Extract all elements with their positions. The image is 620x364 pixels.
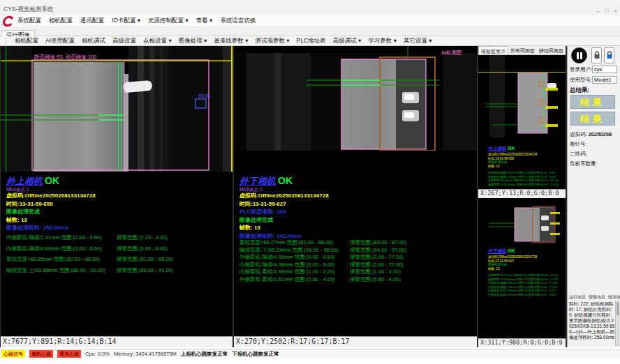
scrollbar-thumb[interactable]	[617, 303, 619, 315]
log-scrollbar[interactable]	[615, 301, 619, 346]
toolbar-item[interactable]: 测试项参数 ▾	[255, 37, 289, 45]
measurement-value: 外侧直线-隔膜/4.38mm 范围:(0.00 - 9.00)	[239, 254, 350, 261]
tab-alarm-info[interactable]: 报警信息	[589, 294, 605, 301]
measurement-row: 外侧直线-直线/2.61mm 范围:(0.60 - 4.00) 报警范围:(0.…	[234, 276, 477, 284]
needle-label: 卷针号:	[570, 141, 587, 147]
alarm-range: 报警范围:(2.20 - 3.30)	[117, 234, 227, 245]
tab-defect-frames[interactable]: 缺陷画面图	[537, 46, 566, 54]
log-text: 耗时: 222, 缺陷检测耗时: 17, 缺陷分类耗时: 0, 缺陷视频分区耗时…	[569, 301, 615, 346]
toolbar-item[interactable]: 基准线参数 ▾	[214, 37, 248, 45]
measurement-value: 内侧直线-隔膜/4.60mm 范围:(3.00 - 6.00)	[6, 245, 117, 257]
barcode-line: 虚拟码:Offline20250208133134728	[6, 192, 96, 200]
tab-aux-display[interactable]: 辅助图显示	[478, 46, 508, 54]
barcode-row: 虚拟码: 20250208	[570, 131, 612, 138]
tab-run-info[interactable]: 运行信息	[569, 294, 586, 301]
secure-lock-button[interactable]	[604, 47, 614, 63]
mes-status: MES状态:1	[6, 187, 96, 192]
login-user-label: 登录用户:	[570, 66, 592, 73]
qr-label: 二维码:	[570, 151, 587, 157]
measurement-row: 隔膜宽度-上/90.56mm 范围:(88.00 - 92.00) 报警范围:(…	[488, 183, 559, 187]
measurement-value: 外侧直线-直线/2.61mm 范围:(0.60 - 4.00)	[239, 276, 350, 284]
toolbar: 相机配置AI使用配置相机调试高级设置点检设置 ▾图像处理 ▾基准线参数 ▾测试项…	[0, 36, 620, 46]
menu-item[interactable]: 系统语言切换	[220, 17, 256, 25]
thumbnail-image-lower	[478, 204, 566, 247]
frame-count-line: 帧数: 13	[488, 165, 559, 169]
toolbar-item[interactable]: 学习参数 ▾	[368, 37, 397, 45]
app-window: CYS-视觉检测系统 – □ × 系统配置相机配置通讯配置IO卡配置 ▾光源控制…	[0, 0, 620, 364]
camera-name: 外下相机	[239, 176, 276, 186]
toolbar-item[interactable]: 高级调试 ▾	[333, 37, 362, 45]
barcode-line: 虚拟码:Offline20250208133134728	[239, 192, 329, 200]
menu-item[interactable]: 相机配置	[49, 17, 73, 25]
camera-name: 外上相机	[6, 176, 43, 186]
model-input[interactable]	[592, 76, 617, 84]
measurement-value: 隔膜宽度-下/95.24mm 范围:(93.00 - 98.00)	[239, 247, 350, 255]
tab-strip: 运行图像	[0, 27, 620, 36]
status-bar: 心跳信号 相机心跳 通讯心跳 Cpu: 0.0% Memory: 3424.41…	[0, 349, 620, 358]
measurement-value: 内侧直线-直线/1.90mm 范围:(1.00 - 2.20)	[239, 268, 350, 276]
result-ok-label: OK	[508, 146, 515, 151]
camera-view-upper[interactable]: 93,66 静态阈值:93, 动态阈值:100 外上相机OK MES状态:1 虚…	[1, 46, 232, 347]
pause-button[interactable]	[571, 47, 587, 63]
login-user-input[interactable]	[592, 66, 617, 73]
tab-all-frames[interactable]: 所有画面图	[508, 46, 537, 54]
time-line: 时间:13-31-59-650	[6, 200, 96, 208]
plc-status-line: PLC状态读取: 168	[239, 208, 329, 216]
camera-name: 外上相机	[488, 146, 506, 151]
measurement-row: 外侧直线-隔膜/2.91mm 范围:(2.00 - 3.50) 报警范围:(2.…	[1, 234, 232, 245]
cpu-usage: Cpu: 0.0%	[85, 351, 110, 357]
menu-item[interactable]: IO卡配置 ▾	[112, 17, 140, 25]
thumbnail-lower-camera[interactable]: 外下相机OK 虚拟码:Offline20250208133134728 时间:1…	[478, 198, 566, 347]
maximize-button[interactable]: □	[605, 8, 608, 14]
menu-items: 系统配置相机配置通讯配置IO卡配置 ▾光源控制配置 ▾查看 ▾系统语言切换	[17, 17, 256, 25]
camera-image-upper: 93,66 静态阈值:93, 动态阈值:100	[1, 46, 232, 172]
thumbnail-tabs: 辅助图显示 所有画面图 缺陷画面图	[478, 46, 566, 55]
toolbar-item[interactable]: 相机配置	[15, 37, 38, 45]
menu-bar: 系统配置相机配置通讯配置IO卡配置 ▾光源控制配置 ▾查看 ▾系统语言切换	[0, 15, 620, 27]
alarm-range: 报警范围:(83.00 - 87.00)	[350, 239, 471, 247]
frame-count-line: 帧数: 13	[488, 267, 559, 271]
threshold-label: 静态阈值:93, 动态阈值:100	[34, 54, 96, 60]
toolbar-item[interactable]: 点检设置 ▾	[143, 37, 172, 45]
measurement-rows-upper: 外侧直线-隔膜/2.91mm 范围:(2.00 - 3.50) 报警范围:(2.…	[1, 234, 232, 278]
time-line: 时间:13-31-59-627	[239, 200, 329, 208]
camera-heartbeat-badge: 相机心跳	[29, 350, 53, 358]
thumbnail-upper-camera[interactable]: 外上相机OK 虚拟码:Offline20250208133134728 时间:1…	[478, 55, 566, 198]
total-result-label: 总结果:	[570, 86, 589, 95]
measurement-row: 隔膜宽度-下/95.24mm 范围:(93.00 - 98.00) 报警范围:(…	[234, 247, 477, 255]
tab-error-info[interactable]: 错误信息	[608, 294, 620, 301]
measurement-row: 内侧直线-隔膜/4.60mm 范围:(3.00 - 6.00) 报警范围:(3.…	[1, 245, 232, 257]
menu-item[interactable]: 系统配置	[17, 17, 41, 25]
measurement-value: 内侧直线-隔膜/4.38mm 范围:(0.00 - 9.00)	[239, 261, 350, 269]
toolbar-item[interactable]: 相机调试	[82, 37, 105, 45]
menu-item[interactable]: 查看 ▾	[196, 17, 213, 25]
menu-item[interactable]: 光源控制配置 ▾	[148, 17, 189, 25]
frame-count-line: 帧数: 13	[6, 216, 96, 225]
heartbeat-badge: 心跳信号	[1, 350, 25, 358]
needle-row: 卷针号:	[570, 141, 587, 148]
toolbar-item[interactable]: AI使用配置	[45, 37, 75, 45]
qr-row: 二维码:	[570, 151, 587, 158]
toolbar-item[interactable]: 其它设置 ▾	[404, 37, 432, 45]
coordinate-bar-thumb1: X:267;Y:13;R:0;G:0;B:0	[478, 189, 566, 198]
camera-view-lower[interactable]: AI检测图 外下相机OK MES状态:0 虚拟码:Offline20250208…	[234, 46, 477, 347]
toolbar-item[interactable]: 图像处理 ▾	[179, 37, 207, 45]
measurement-rows-lower: 直线宽度=83.77mm 范围:(82.00 - 88.00) 报警范围:(83…	[234, 239, 477, 283]
minimize-button[interactable]: –	[596, 8, 599, 14]
thumbnail-image-upper	[478, 55, 566, 137]
measurement-value: 直线宽度=83.05mm 范围:(80.00 - 86.00)	[6, 256, 117, 267]
menu-item[interactable]: 通讯配置	[80, 17, 104, 25]
thumbnail-overlay: 外上相机OK 虚拟码:Offline20250208133134728 时间:1…	[488, 140, 559, 186]
lock-button[interactable]	[591, 47, 602, 63]
result-ok-label: OK	[278, 175, 293, 186]
toolbar-item[interactable]: 高级设置	[112, 37, 136, 45]
measurement-row: 外侧直线-隔膜/4.38mm 范围:(0.00 - 9.00) 报警范围:(2.…	[234, 254, 477, 261]
model-label: 使用型号:	[570, 77, 592, 84]
camera-overlay-lower: 外下相机OK MES状态:0 虚拟码:Offline20250208133134…	[239, 174, 329, 240]
close-button[interactable]: ×	[614, 8, 617, 14]
result-text: 结果	[580, 114, 605, 124]
login-user-row: 登录用户:	[570, 66, 617, 73]
toolbar-item[interactable]: PLC地址表	[297, 37, 326, 45]
thumbnail-column: 辅助图显示 所有画面图 缺陷画面图	[478, 46, 566, 347]
result-text: 结果	[580, 97, 605, 107]
